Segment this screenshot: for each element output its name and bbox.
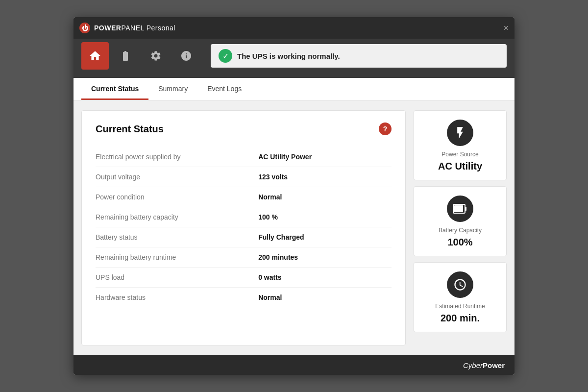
widgets-panel: Power Source AC Utility Battery Capacity… [414,110,507,345]
row-label: Power condition [96,187,258,207]
nav-battery-button[interactable] [112,42,139,70]
status-table: Electrical power supplied by AC Utility … [96,147,392,307]
battery-capacity-value: 100% [447,237,472,248]
panel-title: Current Status [96,123,164,135]
svg-rect-1 [454,205,463,212]
tab-event-logs[interactable]: Event Logs [197,78,251,100]
settings-icon [150,50,162,62]
app-logo: ⏻ [79,23,90,33]
battery-capacity-label: Battery Capacity [439,227,482,234]
row-label: Electrical power supplied by [96,147,258,167]
estimated-runtime-widget: Estimated Runtime 200 min. [414,262,507,332]
estimated-runtime-icon [447,271,473,298]
tab-current-status[interactable]: Current Status [81,78,148,100]
nav-settings-button[interactable] [142,42,170,70]
titlebar: ⏻ POWERPANEL Personal × [74,17,514,39]
row-value: Normal [258,288,392,308]
row-label: Battery status [96,227,258,247]
help-button[interactable]: ? [379,122,392,135]
row-value: Normal [258,187,392,207]
footer-brand: CyberPower [463,361,505,369]
close-button[interactable]: × [503,24,509,32]
table-row: Hardware status Normal [96,288,392,308]
table-row: Output voltage 123 volts [96,167,392,187]
svg-rect-2 [465,207,466,211]
table-row: Electrical power supplied by AC Utility … [96,147,392,167]
row-label: Output voltage [96,167,258,187]
table-row: UPS load 0 watts [96,268,392,288]
row-value: 100 % [258,207,392,227]
toolbar: ✓ The UPS is working normally. [74,39,514,73]
power-source-value: AC Utility [438,161,482,172]
battery-capacity-widget: Battery Capacity 100% [414,186,507,256]
row-label: Remaining battery runtime [96,247,258,268]
estimated-runtime-label: Estimated Runtime [435,303,485,310]
nav-home-button[interactable] [81,42,109,70]
battery-capacity-icon [447,196,473,222]
app-title: POWERPANEL Personal [94,24,175,32]
table-row: Remaining battery runtime 200 minutes [96,247,392,268]
status-message: The UPS is working normally. [237,52,340,60]
row-value: 0 watts [258,268,392,288]
power-source-widget: Power Source AC Utility [414,110,507,180]
footer: CyberPower [74,355,514,375]
table-row: Power condition Normal [96,187,392,207]
power-source-label: Power Source [441,151,478,158]
panel-header: Current Status ? [96,122,392,135]
status-bar: ✓ The UPS is working normally. [211,44,507,68]
app-window: ⏻ POWERPANEL Personal × [74,17,514,375]
row-value: AC Utility Power [258,147,392,167]
info-icon [180,50,192,62]
power-source-icon [447,120,473,146]
row-value: 123 volts [258,167,392,187]
home-icon [89,49,101,62]
row-value: 200 minutes [258,247,392,268]
table-row: Remaining battery capacity 100 % [96,207,392,227]
main-content: Current Status ? Electrical power suppli… [74,100,514,355]
estimated-runtime-value: 200 min. [441,313,480,324]
row-value: Fully Charged [258,227,392,247]
tab-summary[interactable]: Summary [148,78,197,100]
row-label: UPS load [96,268,258,288]
status-check-icon: ✓ [219,49,232,63]
battery-icon [120,50,131,62]
tabbar: Current Status Summary Event Logs [74,78,514,100]
row-label: Remaining battery capacity [96,207,258,227]
nav-info-button[interactable] [172,42,200,70]
table-row: Battery status Fully Charged [96,227,392,247]
current-status-panel: Current Status ? Electrical power suppli… [81,110,406,345]
row-label: Hardware status [96,288,258,308]
